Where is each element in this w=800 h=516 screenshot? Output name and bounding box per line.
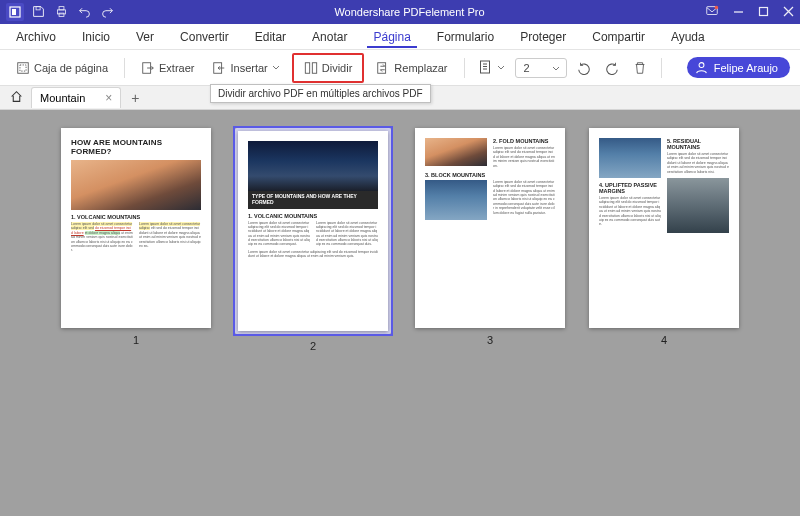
menu-ver[interactable]: Ver [130, 26, 160, 48]
insert-button[interactable]: Insertar [206, 57, 285, 79]
menu-convertir[interactable]: Convertir [174, 26, 235, 48]
menu-inicio[interactable]: Inicio [76, 26, 116, 48]
menu-pagina[interactable]: Página [367, 26, 416, 48]
insert-label: Insertar [230, 62, 267, 74]
split-highlight: Dividir [292, 53, 365, 83]
separator [124, 58, 125, 78]
page-box-button[interactable]: Caja de página [10, 57, 114, 79]
page2-band: TYPE OF MOUNTAINS AND HOW ARE THEY FORME… [248, 191, 378, 209]
redo-icon[interactable] [101, 5, 114, 20]
replace-label: Remplazar [394, 62, 447, 74]
save-icon[interactable] [32, 5, 45, 20]
page-number: 2 [310, 340, 316, 352]
maximize-icon[interactable] [758, 6, 769, 19]
pages-grid: HOW ARE MOUNTAINS FORMED? 1. VOLCANIC MO… [0, 110, 800, 516]
split-button[interactable]: Dividir [298, 57, 359, 79]
undo-icon[interactable] [78, 5, 91, 20]
svg-rect-11 [20, 64, 26, 70]
page-number-value: 2 [524, 62, 530, 74]
separator [661, 58, 662, 78]
chevron-down-icon [497, 64, 505, 72]
page-thumb-1[interactable]: HOW ARE MOUNTAINS FORMED? 1. VOLCANIC MO… [61, 128, 211, 346]
app-title: Wondershare PDFelement Pro [114, 6, 705, 18]
svg-rect-14 [305, 62, 309, 73]
chevron-down-icon [272, 64, 280, 72]
rotate-left-button[interactable] [573, 57, 595, 79]
app-logo [6, 3, 24, 21]
document-tab-label: Mountain [40, 92, 85, 104]
page2-sub: 1. VOLCANIC MOUNTAINS [248, 213, 378, 219]
menu-archivo[interactable]: Archivo [10, 26, 62, 48]
svg-rect-10 [18, 62, 29, 73]
menu-ayuda[interactable]: Ayuda [665, 26, 711, 48]
svg-rect-4 [59, 6, 64, 9]
svg-rect-2 [36, 6, 40, 9]
user-name: Felipe Araujo [714, 62, 778, 74]
svg-rect-9 [760, 7, 768, 15]
svg-rect-1 [12, 9, 16, 15]
page-thumb-3[interactable]: 2. FOLD MOUNTAINS Lorem ipsum dolor sit … [415, 128, 565, 346]
user-icon [695, 61, 708, 74]
minimize-icon[interactable] [733, 6, 744, 19]
menu-editar[interactable]: Editar [249, 26, 292, 48]
extract-button[interactable]: Extraer [135, 57, 200, 79]
menu-formulario[interactable]: Formulario [431, 26, 500, 48]
insert-icon [212, 61, 226, 75]
split-icon [304, 61, 318, 75]
titlebar: Wondershare PDFelement Pro [0, 0, 800, 24]
page3-sub2: 3. BLOCK MOUNTAINS [425, 172, 555, 178]
split-label: Dividir [322, 62, 353, 74]
page-menu-button[interactable] [475, 56, 509, 80]
rotate-left-icon [577, 61, 591, 75]
page-box-label: Caja de página [34, 62, 108, 74]
print-icon[interactable] [55, 5, 68, 20]
tab-close-icon[interactable]: × [105, 91, 112, 105]
page-number: 3 [487, 334, 493, 346]
split-tooltip: Dividir archivo PDF en múltiples archivo… [210, 84, 431, 103]
page-thumb-2[interactable]: TYPE OF MOUNTAINS AND HOW ARE THEY FORME… [235, 128, 391, 352]
page-toolbar: Caja de página Extraer Insertar Dividir … [0, 50, 800, 86]
page1-sub: 1. VOLCANIC MOUNTAINS [71, 214, 201, 220]
extract-icon [141, 61, 155, 75]
separator [464, 58, 465, 78]
trash-icon [633, 61, 647, 75]
menu-proteger[interactable]: Proteger [514, 26, 572, 48]
svg-point-21 [699, 63, 704, 68]
page4-sub1: 4. UPLIFTED PASSIVE MARGINS [599, 182, 661, 194]
user-badge[interactable]: Felipe Araujo [687, 57, 790, 78]
delete-page-button[interactable] [629, 57, 651, 79]
page-number-field[interactable]: 2 [515, 58, 567, 78]
page-number: 4 [661, 334, 667, 346]
page1-title: HOW ARE MOUNTAINS FORMED? [71, 138, 201, 156]
svg-point-7 [715, 6, 719, 10]
replace-icon [376, 61, 390, 75]
rotate-right-button[interactable] [601, 57, 623, 79]
document-tab[interactable]: Mountain × [31, 87, 121, 108]
home-icon [10, 90, 23, 103]
page-number: 1 [133, 334, 139, 346]
menu-anotar[interactable]: Anotar [306, 26, 353, 48]
rotate-right-icon [605, 61, 619, 75]
menubar: Archivo Inicio Ver Convertir Editar Anot… [0, 24, 800, 50]
menu-compartir[interactable]: Compartir [586, 26, 651, 48]
quick-actions [32, 5, 114, 20]
close-icon[interactable] [783, 6, 794, 19]
page3-sub1: 2. FOLD MOUNTAINS [493, 138, 555, 144]
home-tab-button[interactable] [6, 88, 27, 107]
page-thumb-4[interactable]: 4. UPLIFTED PASSIVE MARGINS Lorem ipsum … [589, 128, 739, 346]
extract-label: Extraer [159, 62, 194, 74]
page-box-icon [16, 61, 30, 75]
svg-rect-15 [312, 62, 316, 73]
chevron-down-icon [552, 65, 560, 73]
page-icon [479, 60, 493, 76]
page4-sub2: 5. RESIDUAL MOUNTAINS [667, 138, 729, 150]
notification-icon[interactable] [705, 4, 719, 20]
replace-button[interactable]: Remplazar [370, 57, 453, 79]
new-tab-button[interactable]: + [125, 90, 145, 106]
